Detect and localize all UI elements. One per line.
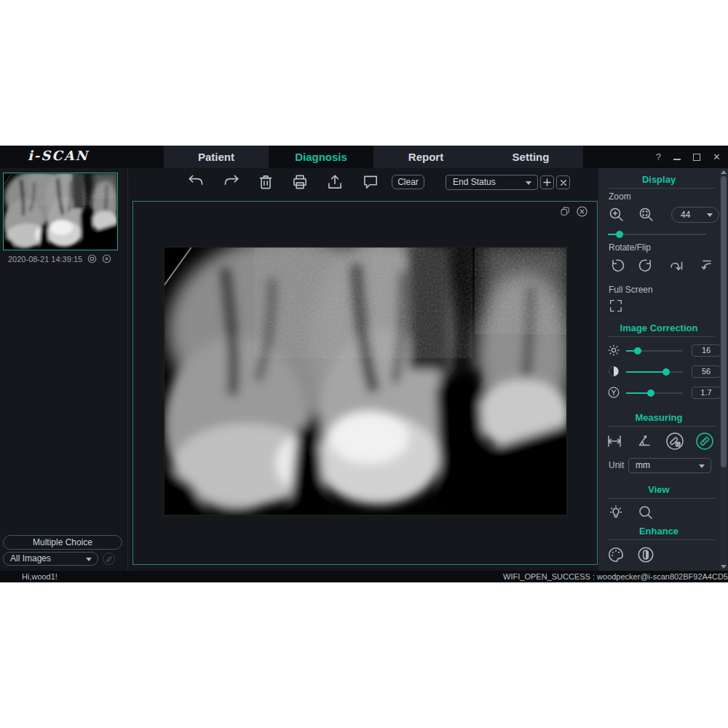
rotate-ccw-icon (608, 257, 625, 274)
remove-image-icon[interactable] (102, 254, 111, 264)
contrast-slider[interactable] (626, 371, 683, 373)
image-correction-section-title: Image Correction (598, 323, 719, 333)
display-section-title: Display (598, 174, 719, 185)
redo-icon (222, 173, 241, 191)
help-button[interactable]: ? (656, 151, 661, 162)
printer-icon (290, 173, 309, 191)
brightness-icon (606, 343, 621, 357)
negative-view-button[interactable] (607, 504, 625, 521)
measure-angle-button[interactable] (636, 432, 653, 450)
undo-button[interactable] (186, 173, 205, 191)
palette-icon (606, 545, 625, 564)
rotate-cw-button[interactable] (638, 257, 655, 274)
close-image-button[interactable] (576, 205, 588, 221)
full-screen-button[interactable] (608, 298, 625, 315)
zoom-fit-icon (638, 206, 655, 223)
magnify-view-button[interactable] (637, 504, 654, 521)
zoom-slider-thumb[interactable] (616, 231, 623, 238)
clear-measurements-button[interactable] (665, 432, 684, 451)
contrast-slider-fill (626, 371, 666, 373)
enhance-section-title: Enhance (598, 526, 719, 537)
panel-scrollbar[interactable] (720, 169, 727, 570)
sharpen-icon (636, 545, 655, 564)
magnifier-icon (637, 504, 654, 521)
zoom-label: Zoom (609, 191, 631, 202)
pencil-icon (106, 555, 113, 563)
flip-vertical-icon (697, 257, 715, 274)
measuring-section-title: Measuring (598, 412, 719, 423)
calibration-button[interactable] (695, 432, 714, 451)
image-filter-dropdown[interactable]: All Images (3, 552, 98, 566)
app-logo: i-SCAN (28, 148, 89, 163)
tab-setting[interactable]: Setting (478, 146, 583, 168)
close-button[interactable]: ✕ (713, 151, 721, 162)
comment-icon (361, 173, 380, 191)
zoom-level-dropdown[interactable]: 44 (671, 207, 719, 223)
scrollbar-thumb[interactable] (721, 176, 727, 467)
colorize-button[interactable] (606, 545, 625, 564)
measure-distance-button[interactable] (606, 432, 623, 450)
divider (608, 498, 715, 499)
brightness-control (606, 343, 621, 357)
tab-diagnosis[interactable]: Diagnosis (269, 146, 373, 168)
contrast-slider-thumb[interactable] (662, 368, 670, 376)
rotate-ccw-button[interactable] (608, 257, 625, 274)
image-filter-value: All Images (10, 553, 51, 563)
window-controls: ? ✕ (656, 146, 721, 168)
status-dropdown[interactable]: End Status (446, 175, 538, 190)
xray-thumbnail[interactable] (3, 173, 118, 250)
redo-button[interactable] (222, 173, 241, 191)
greeting-text: Hi,wood1! (22, 572, 58, 581)
brightness-slider[interactable] (626, 350, 683, 352)
minimize-button[interactable] (673, 159, 681, 160)
scroll-up-icon[interactable] (721, 170, 727, 174)
add-status-button[interactable] (540, 175, 554, 189)
status-bar: Hi,wood1! WIFI_OPEN_SUCCESS : woodpecker… (0, 571, 728, 582)
zoom-in-button[interactable] (608, 206, 625, 223)
contrast-value: 56 (692, 365, 721, 378)
clear-measurements-icon (665, 432, 684, 451)
tab-report[interactable]: Report (373, 146, 478, 168)
sharpen-button[interactable] (636, 545, 655, 564)
chevron-down-icon (707, 213, 713, 217)
comment-button[interactable] (361, 173, 380, 191)
rotate-cw-icon (638, 257, 655, 274)
view-section-title: View (598, 484, 719, 495)
contrast-control (606, 364, 621, 379)
export-button[interactable] (325, 173, 344, 191)
zoom-level-value: 44 (681, 210, 690, 220)
annotation-icon[interactable] (87, 254, 97, 264)
maximize-button[interactable] (693, 154, 700, 161)
full-screen-icon (608, 298, 624, 314)
remove-status-button[interactable] (556, 175, 570, 189)
compare-button[interactable] (103, 553, 115, 565)
gamma-value: 1.7 (692, 387, 721, 399)
unit-dropdown[interactable]: mm (628, 458, 711, 473)
flip-vertical-button[interactable] (697, 257, 715, 274)
main-area: Clear End Status (129, 168, 598, 571)
image-list-sidebar: 2020-08-21 14:39:15 Multiple Choice All … (0, 168, 128, 571)
clear-button[interactable]: Clear (392, 175, 424, 189)
xray-image[interactable] (163, 246, 568, 516)
print-button[interactable] (290, 173, 309, 191)
flip-horizontal-icon (668, 257, 685, 274)
flip-horizontal-button[interactable] (668, 257, 685, 274)
tab-patient[interactable]: Patient (164, 146, 269, 168)
x-icon (560, 179, 567, 186)
chevron-down-icon (86, 558, 92, 561)
multiple-choice-button[interactable]: Multiple Choice (3, 535, 122, 550)
cascade-windows-button[interactable] (560, 206, 571, 220)
zoom-slider[interactable] (608, 234, 706, 235)
wifi-status-text: WIFI_OPEN_SUCCESS : woodpecker@i-scan802… (503, 572, 728, 581)
gamma-icon (606, 385, 621, 400)
gamma-slider[interactable] (626, 392, 683, 394)
unit-label: Unit (609, 460, 624, 470)
unit-value: mm (636, 460, 650, 470)
distance-icon (606, 432, 623, 450)
zoom-fit-button[interactable] (638, 206, 655, 223)
delete-button[interactable] (256, 173, 275, 191)
image-viewer (132, 201, 598, 565)
brightness-slider-thumb[interactable] (634, 347, 641, 355)
gamma-slider-thumb[interactable] (647, 389, 654, 397)
scroll-down-icon[interactable] (721, 565, 727, 569)
